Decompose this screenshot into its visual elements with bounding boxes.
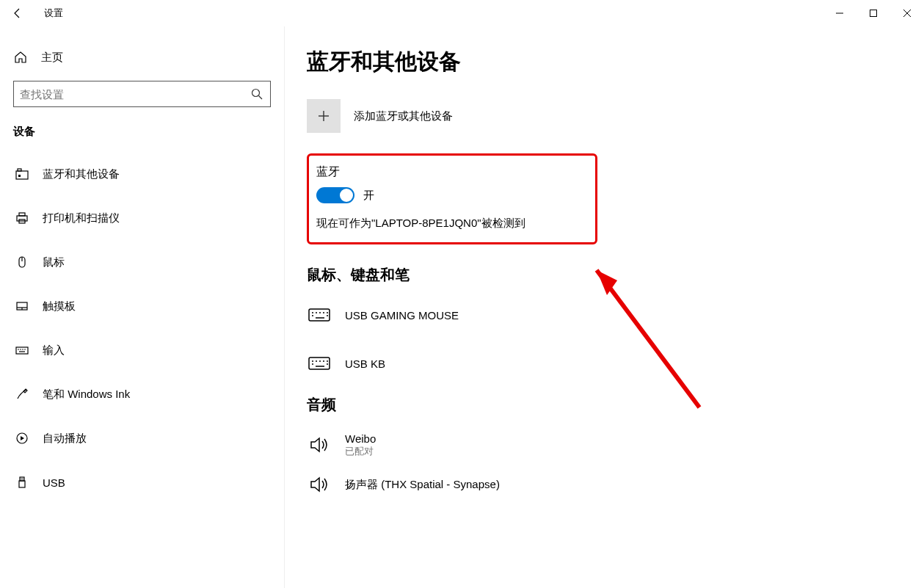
sidebar-item-label: 打印机和扫描仪 (43, 211, 120, 225)
sidebar-item-label: USB (43, 476, 65, 489)
svg-rect-8 (19, 213, 25, 216)
device-name: 扬声器 (THX Spatial - Synapse) (345, 478, 500, 492)
svg-point-42 (327, 360, 328, 362)
sidebar-item-label: 鼠标 (43, 255, 65, 269)
sidebar-item-label: 触摸板 (43, 300, 76, 313)
content-area: 蓝牙和其他设备 添加蓝牙或其他设备 蓝牙 开 现在可作为"LAPTOP-8PE1… (285, 26, 924, 588)
sidebar-item-pen[interactable]: 笔和 Windows Ink (13, 378, 271, 410)
sidebar-item-label: 输入 (43, 344, 65, 357)
titlebar: 设置 (0, 0, 924, 26)
search-input[interactable] (20, 88, 250, 101)
mouse-icon (15, 255, 29, 269)
home-icon (13, 50, 28, 65)
sidebar-item-touchpad[interactable]: 触摸板 (13, 290, 271, 322)
back-button[interactable] (7, 3, 28, 23)
device-row[interactable]: Weibo 已配对 (307, 428, 902, 462)
svg-rect-15 (16, 347, 28, 354)
device-subtext: 已配对 (345, 445, 376, 458)
svg-point-32 (323, 312, 324, 313)
maximize-button[interactable] (856, 0, 890, 26)
bluetooth-status: 现在可作为"LAPTOP-8PE1JQN0"被检测到 (316, 217, 585, 231)
sidebar-item-label: 笔和 Windows Ink (43, 388, 130, 402)
search-box[interactable] (13, 81, 271, 107)
svg-point-39 (316, 360, 317, 362)
svg-point-16 (18, 349, 19, 350)
svg-point-44 (327, 363, 328, 365)
svg-point-29 (312, 312, 313, 313)
svg-point-38 (312, 360, 313, 362)
svg-rect-4 (16, 171, 28, 179)
sidebar-item-bluetooth[interactable]: 蓝牙和其他设备 (13, 158, 271, 190)
sidebar-item-printers[interactable]: 打印机和扫描仪 (13, 202, 271, 234)
device-row[interactable]: USB KB (307, 346, 902, 380)
bluetooth-toggle[interactable] (316, 187, 354, 203)
svg-rect-28 (309, 309, 330, 321)
window-controls (823, 0, 924, 26)
svg-point-43 (312, 363, 313, 365)
sidebar-item-autoplay[interactable]: 自动播放 (13, 422, 271, 454)
sidebar-item-label: 自动播放 (43, 432, 87, 446)
sidebar: 主页 设备 蓝牙和其他设备 打印机和扫描仪 (0, 26, 285, 588)
pen-icon (15, 387, 29, 402)
page-title: 蓝牙和其他设备 (307, 47, 902, 77)
svg-point-34 (312, 315, 313, 316)
section-heading-audio: 音频 (307, 395, 902, 415)
svg-rect-5 (18, 169, 21, 171)
svg-point-30 (316, 312, 317, 313)
svg-point-18 (22, 349, 23, 350)
svg-line-3 (259, 96, 263, 100)
svg-rect-1 (870, 10, 877, 17)
svg-point-19 (24, 349, 26, 350)
touchpad-icon (15, 299, 29, 313)
usb-icon (15, 475, 29, 490)
autoplay-icon (15, 431, 29, 446)
sidebar-item-typing[interactable]: 输入 (13, 334, 271, 366)
sidebar-nav: 蓝牙和其他设备 打印机和扫描仪 鼠标 触摸板 (13, 158, 271, 510)
device-name: USB KB (345, 357, 385, 370)
keyboard-device-icon (307, 305, 332, 325)
svg-rect-37 (309, 357, 330, 369)
svg-rect-6 (18, 175, 21, 177)
svg-point-41 (323, 360, 324, 362)
device-row[interactable]: 扬声器 (THX Spatial - Synapse) (307, 468, 902, 501)
sidebar-item-label: 蓝牙和其他设备 (43, 167, 120, 181)
sidebar-item-usb[interactable]: USB (13, 466, 271, 498)
svg-point-35 (327, 315, 328, 316)
bluetooth-devices-icon (15, 167, 29, 181)
plus-icon (307, 99, 341, 133)
keyboard-device-icon (307, 353, 332, 374)
svg-rect-22 (20, 477, 24, 481)
add-device-label: 添加蓝牙或其他设备 (354, 109, 453, 123)
sidebar-category: 设备 (13, 125, 271, 139)
app-title: 设置 (44, 7, 63, 20)
speaker-icon (307, 474, 332, 495)
home-label: 主页 (41, 51, 63, 65)
minimize-button[interactable] (823, 0, 856, 26)
svg-point-31 (319, 312, 321, 313)
device-name: USB GAMING MOUSE (345, 309, 459, 322)
bluetooth-section-highlight: 蓝牙 开 现在可作为"LAPTOP-8PE1JQN0"被检测到 (307, 153, 597, 244)
svg-point-2 (252, 90, 260, 97)
search-icon (250, 87, 264, 101)
bluetooth-heading: 蓝牙 (316, 164, 585, 180)
keyboard-icon (15, 343, 29, 357)
close-button[interactable] (890, 0, 924, 26)
device-row[interactable]: USB GAMING MOUSE (307, 298, 902, 332)
svg-point-40 (319, 360, 321, 362)
section-heading-mouse-kb: 鼠标、键盘和笔 (307, 265, 902, 285)
device-name: Weibo (345, 432, 376, 445)
svg-point-33 (327, 312, 328, 313)
sidebar-item-mouse[interactable]: 鼠标 (13, 246, 271, 278)
printer-icon (15, 211, 29, 225)
svg-point-17 (20, 349, 21, 350)
home-link[interactable]: 主页 (13, 50, 271, 65)
speaker-icon (307, 435, 332, 455)
svg-rect-7 (17, 216, 27, 221)
svg-rect-23 (19, 481, 25, 487)
add-device-button[interactable]: 添加蓝牙或其他设备 (307, 99, 902, 133)
bluetooth-toggle-label: 开 (363, 189, 374, 203)
